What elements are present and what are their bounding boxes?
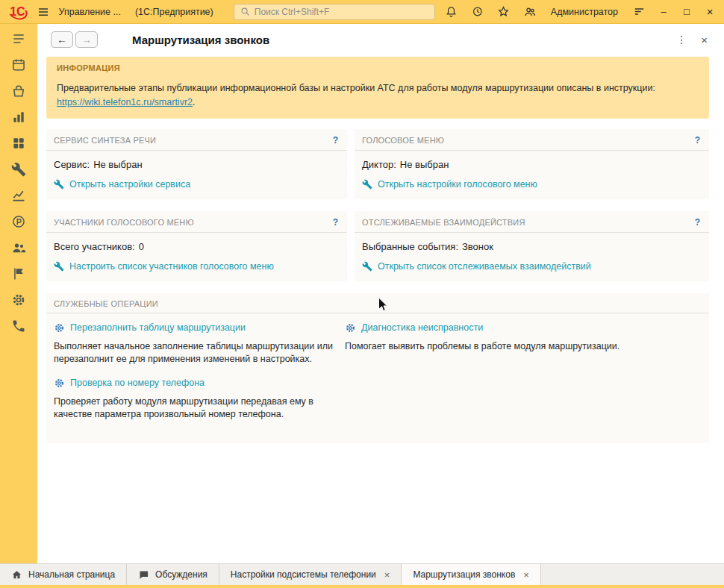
wrench-icon	[362, 261, 372, 272]
information-text-body: Предварительные этапы публикации информа…	[57, 83, 655, 93]
card-title: УЧАСТНИКИ ГОЛОСОВОГО МЕНЮ	[54, 218, 194, 227]
tab-label: Маршрутизация звонков	[413, 569, 515, 580]
diagnostics-link[interactable]: Диагностика неисправности	[345, 322, 702, 334]
window-bottom-border	[0, 585, 724, 588]
users-sessions-icon[interactable]	[522, 4, 538, 20]
analytics-icon[interactable]	[10, 187, 27, 204]
info-value: Не выбран	[400, 159, 449, 170]
action-label: Открыть настройки сервиса	[69, 179, 190, 190]
form-close-icon[interactable]: ×	[701, 34, 708, 46]
operation-description: Выполняет начальное заполнение таблицы м…	[54, 340, 341, 366]
wrench-icon	[54, 261, 64, 272]
help-button[interactable]: ?	[331, 135, 340, 146]
maximize-button[interactable]: □	[680, 6, 693, 17]
information-panel: ИНФОРМАЦИЯ Предварительные этапы публика…	[46, 57, 709, 119]
logo-text: 1С	[10, 6, 25, 18]
configure-members-list-link[interactable]: Настроить список участников голосового м…	[54, 261, 340, 272]
global-search[interactable]	[234, 4, 435, 20]
operation-description: Помогает выявить проблемы в работе модул…	[345, 340, 673, 354]
refill-routing-table-link[interactable]: Перезаполнить таблицу маршрутизации	[54, 322, 345, 334]
wrench-icon	[54, 179, 64, 190]
info-value: Звонок	[462, 241, 493, 252]
info-label: Сервис:	[54, 159, 90, 170]
tab-call-routing[interactable]: Маршрутизация звонков ×	[402, 564, 541, 585]
desktop-icon[interactable]	[10, 57, 27, 73]
info-label: Диктор:	[362, 159, 396, 170]
operation-description: Проверяет работу модуля маршрутизации пе…	[54, 395, 341, 422]
operation-label: Перезаполнить таблицу маршрутизации	[70, 322, 246, 333]
help-button[interactable]: ?	[693, 217, 702, 228]
operation-label: Проверка по номеру телефона	[70, 378, 205, 388]
information-text: Предварительные этапы публикации информа…	[57, 81, 699, 110]
gear-icon	[345, 322, 356, 334]
gear-icon	[54, 322, 65, 334]
flag-icon[interactable]	[10, 266, 27, 282]
catalog-grid-icon[interactable]	[10, 135, 27, 151]
check-phone-number-link[interactable]: Проверка по номеру телефона	[54, 378, 345, 389]
action-label: Настроить список участников голосового м…	[69, 261, 274, 272]
sales-icon[interactable]	[10, 109, 27, 125]
open-voice-menu-settings-link[interactable]: Открыть настройки голосового меню	[362, 179, 702, 190]
tab-discussions[interactable]: Обсуждения	[127, 564, 219, 585]
help-button[interactable]: ?	[331, 217, 340, 228]
tab-close-icon[interactable]: ×	[384, 569, 390, 581]
card-voice-menu: ГОЛОСОВОЕ МЕНЮ ? Диктор:Не выбран Открыт…	[355, 129, 709, 199]
operations-column-left: Перезаполнить таблицу маршрутизации Выпо…	[54, 322, 345, 433]
card-voice-menu-members: УЧАСТНИКИ ГОЛОСОВОГО МЕНЮ ? Всего участн…	[46, 211, 347, 281]
tab-label: Обсуждения	[155, 569, 207, 580]
card-speech-synthesis: СЕРВИС СИНТЕЗА РЕЧИ ? Сервис:Не выбран О…	[46, 129, 347, 199]
main-menu-icon[interactable]	[36, 4, 51, 20]
app-title-suffix: (1С:Предприятие)	[135, 7, 213, 17]
forward-button[interactable]: →	[75, 31, 98, 48]
link-suffix: .	[193, 97, 195, 107]
card-title: ГОЛОСОВОЕ МЕНЮ	[362, 136, 444, 145]
info-label: Всего участников:	[54, 241, 135, 252]
instruction-link[interactable]: https://wiki.telefon1c.ru/smartivr2	[57, 97, 193, 107]
more-menu-icon[interactable]: ⋮	[676, 34, 687, 46]
gear-icon	[54, 378, 65, 389]
open-windows-taskbar: Начальная страница Обсуждения Настройки …	[0, 563, 724, 585]
tools-wrench-icon[interactable]	[10, 161, 27, 178]
minimize-button[interactable]: –	[657, 6, 670, 17]
notifications-bell-icon[interactable]	[443, 4, 460, 20]
service-settings-icon[interactable]	[631, 4, 647, 20]
card-info: Всего участников:0	[54, 241, 340, 252]
information-panel-title: ИНФОРМАЦИЯ	[57, 63, 699, 72]
open-tracked-interactions-link[interactable]: Открыть список отслеживаемых взаимодейст…	[362, 261, 702, 272]
page-title: Маршрутизация звонков	[132, 34, 269, 46]
current-user[interactable]: Администратор	[551, 7, 618, 17]
app-title: Управление ...	[59, 7, 121, 17]
discussion-icon	[138, 569, 149, 581]
window-close-button[interactable]: ×	[703, 5, 717, 18]
titlebar-actions: Администратор – □ ×	[443, 4, 717, 20]
action-label: Открыть список отслеживаемых взаимодейст…	[378, 261, 591, 272]
phone-icon[interactable]	[10, 318, 27, 334]
1c-logo: 1С	[7, 3, 28, 21]
operations-column-right: Диагностика неисправности Помогает выяви…	[345, 322, 702, 433]
tab-label: Настройки подсистемы телефонии	[231, 569, 376, 580]
open-service-settings-link[interactable]: Открыть настройки сервиса	[54, 179, 340, 190]
operation-label: Диагностика неисправности	[361, 322, 483, 333]
tab-home[interactable]: Начальная страница	[0, 564, 127, 585]
card-info: Выбранные события:Звонок	[362, 241, 702, 252]
settings-gear-icon[interactable]	[10, 292, 27, 308]
back-button[interactable]: ←	[51, 31, 73, 48]
page-header: ← → Маршрутизация звонков ⋮ ×	[37, 24, 724, 55]
service-operations-panel: СЛУЖЕБНЫЕ ОПЕРАЦИИ Перезаполнить таблицу…	[46, 293, 709, 443]
tab-label: Начальная страница	[28, 569, 115, 580]
search-input[interactable]	[255, 7, 429, 17]
help-button[interactable]: ?	[693, 135, 702, 146]
tab-close-icon[interactable]: ×	[523, 569, 529, 581]
card-info: Сервис:Не выбран	[54, 159, 340, 170]
history-icon[interactable]	[469, 4, 486, 20]
main-content: ← → Маршрутизация звонков ⋮ × ИНФОРМАЦИЯ…	[37, 24, 724, 563]
tab-telephony-settings[interactable]: Настройки подсистемы телефонии ×	[219, 564, 402, 585]
card-info: Диктор:Не выбран	[362, 159, 702, 170]
parking-icon[interactable]	[10, 213, 27, 230]
panel-title: СЛУЖЕБНЫЕ ОПЕРАЦИИ	[54, 299, 158, 308]
card-tracked-interactions: ОТСЛЕЖИВАЕМЫЕ ВЗАИМОДЕЙСТВИЯ ? Выбранные…	[355, 211, 709, 281]
sections-menu-icon[interactable]	[10, 31, 27, 47]
purchases-icon[interactable]	[10, 83, 27, 99]
favorites-star-icon[interactable]	[496, 4, 512, 20]
users-icon[interactable]	[10, 240, 27, 256]
